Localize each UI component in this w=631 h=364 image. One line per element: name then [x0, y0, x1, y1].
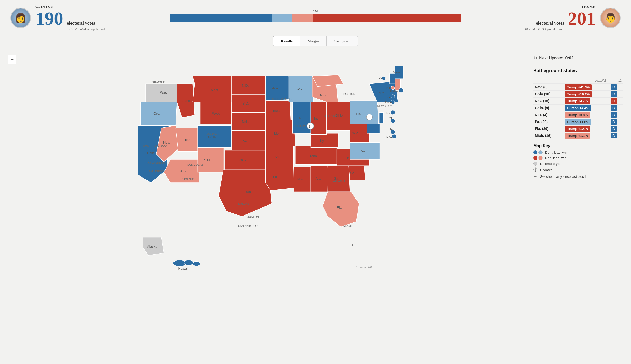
city-minneapolis: MINNEAPOLIS — [272, 97, 292, 100]
state-label-alaska: Alaska — [147, 245, 157, 248]
key-dot-dem-win — [533, 150, 537, 154]
table-row[interactable]: Colo. (9) Clinton +4.4% D — [533, 105, 623, 111]
state-missouri[interactable] — [265, 120, 295, 146]
state-label-wyoming: Wyo. — [212, 111, 220, 115]
state-label-wisconsin: Wis. — [297, 87, 303, 91]
col-year: '12 — [609, 78, 623, 84]
city-detroit: DETROIT — [324, 115, 336, 118]
state-name: Nev. (6) — [533, 84, 563, 91]
yr12-value: D — [609, 105, 623, 111]
table-row[interactable]: Nev. (6) Trump +41.3% D — [533, 84, 623, 91]
clinton-vote-label: electoral votes — [67, 21, 106, 26]
state-label-arizona: Ariz. — [180, 169, 187, 173]
zoom-plus-button[interactable]: + — [8, 55, 16, 64]
right-panel: ↻ Next Update: 0:02 Battleground states … — [528, 50, 626, 272]
city-houston: HOUSTON — [244, 215, 259, 218]
next-update: ↻ Next Update: 0:02 — [533, 55, 623, 61]
yr12-value: D — [609, 132, 623, 139]
key-dot-rep-lead — [538, 156, 543, 160]
yr12-value: D — [609, 125, 623, 132]
state-label-iowa: Iowa — [273, 109, 280, 113]
state-label-rhode-island: R.I. — [386, 95, 390, 98]
yr12-value: R — [609, 98, 623, 105]
header: 👩 CLINTON 190 electoral votes 37.93M - 4… — [0, 0, 631, 34]
key-dot-dem-lead — [538, 150, 543, 154]
table-row[interactable]: N.H. (4) Trump +3.8% D — [533, 111, 623, 118]
state-pennsylvania[interactable] — [350, 101, 378, 124]
state-delaware[interactable] — [379, 113, 384, 123]
state-label-illinois: Ill. — [298, 116, 301, 120]
state-label-west-virginia: W.Va. — [352, 132, 360, 135]
state-label-texas: Texas — [242, 190, 251, 194]
trump-vote-label: electoral votes — [525, 21, 564, 26]
map-section: + Wash. Ore. Calif. Idaho — [5, 50, 528, 272]
next-update-time: 0:02 — [565, 56, 573, 60]
state-label-idaho: Idaho — [182, 99, 190, 103]
refresh-icon: ↻ — [533, 55, 537, 61]
state-vermont[interactable] — [390, 73, 395, 84]
state-label-california: Calif. — [147, 151, 155, 155]
state-name: Fla. (29) — [533, 125, 563, 132]
table-row[interactable]: Ohio (18) Trump +10.2% D — [533, 91, 623, 98]
state-label-new-mexico: N.M. — [204, 158, 211, 162]
city-dallas: DALLAS — [238, 202, 249, 205]
electoral-bar-section: 270 — [164, 14, 467, 22]
state-label-mississippi: Miss. — [297, 178, 304, 181]
state-louisiana[interactable] — [265, 167, 294, 190]
state-label-ohio: Ohio — [336, 114, 343, 117]
tab-margin[interactable]: Margin — [300, 36, 326, 46]
key-no-results: No results yet — [533, 162, 623, 166]
tab-cartogram[interactable]: Cartogram — [326, 36, 358, 46]
city-sandiego: SAN DIEGO — [148, 170, 164, 173]
table-row[interactable]: Pa. (20) Clinton +1.8% D — [533, 118, 623, 125]
city-sf: SAN FRANCISCO — [143, 144, 167, 147]
state-name: Mich. (16) — [533, 132, 563, 139]
state-label-alabama: Ala. — [316, 176, 322, 180]
state-label-utah: Utah — [184, 138, 191, 142]
state-maryland[interactable] — [367, 124, 380, 133]
lead-value: Clinton +4.4% — [563, 105, 609, 111]
clinton-votes: 190 — [35, 9, 63, 28]
clinton-popular: 37.93M - 46.4% popular vote — [67, 27, 106, 31]
state-name: N.H. (4) — [533, 111, 563, 118]
lead-value: Clinton +1.8% — [563, 118, 609, 125]
florida-switch-arrow: → — [349, 241, 354, 248]
state-label-south-dakota: S.D. — [242, 101, 249, 105]
city-denver: DENVER — [207, 132, 219, 135]
state-label-oregon: Ore. — [153, 111, 160, 115]
table-row[interactable]: Fla. (29) Trump +1.4% D — [533, 125, 623, 132]
state-label-virginia: Va. — [361, 149, 366, 153]
key-dot-no-results — [533, 162, 537, 166]
key-dem-win: Dem. lead, win — [533, 150, 623, 154]
main-content: + Wash. Ore. Calif. Idaho — [0, 50, 631, 272]
map-wrapper: + Wash. Ore. Calif. Idaho — [5, 50, 528, 272]
state-label-new-jersey: N.J. — [386, 111, 391, 114]
state-name: Ohio (18) — [533, 91, 563, 98]
state-label-hawaii: Hawaii — [178, 267, 189, 270]
tab-results[interactable]: Results — [273, 36, 300, 46]
state-label-vermont: Vt. — [379, 76, 382, 79]
state-label-kansas: Kan. — [242, 138, 249, 142]
clinton-lead-bar — [272, 14, 292, 22]
svg-text:!: ! — [309, 124, 310, 128]
state-label-massachusetts: Mass. — [390, 89, 398, 92]
city-sanantonio: SAN ANTONIO — [238, 224, 258, 227]
trump-popular: 40.23M - 49.3% popular vote — [525, 27, 564, 31]
yr12-value: D — [609, 84, 623, 91]
city-miami: MIAMI — [343, 224, 352, 227]
trump-votes: 201 — [568, 9, 596, 28]
table-row[interactable]: N.C. (15) Trump +4.7% R — [533, 98, 623, 105]
state-label-connecticut: Conn. — [385, 101, 393, 104]
state-label-nebraska: Neb. — [242, 120, 249, 124]
table-row[interactable]: Mich. (16) Trump +1.1% D — [533, 132, 623, 139]
key-symbol-updates: ⓘ — [533, 167, 537, 173]
clinton-section: 👩 CLINTON 190 electoral votes 37.93M - 4… — [10, 5, 164, 31]
city-lasvegas: LAS VEGAS — [187, 163, 203, 166]
state-label-montana: Mont. — [211, 88, 219, 92]
clinton-avatar: 👩 — [10, 8, 31, 28]
map-key-title: Map Key — [533, 144, 623, 148]
ri-dot — [391, 95, 395, 98]
state-label-indiana: Ind. — [314, 117, 320, 120]
state-label-maine: Maine — [393, 71, 400, 74]
state-label-oklahoma: Okla. — [239, 158, 247, 162]
